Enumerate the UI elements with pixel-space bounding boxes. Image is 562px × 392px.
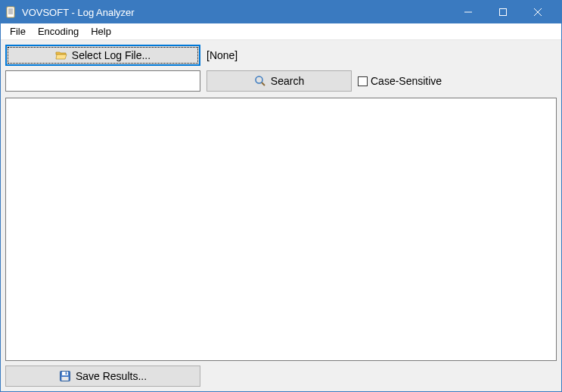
client-area: Select Log File... [None] Search Case-Se… bbox=[1, 40, 561, 391]
checkbox-box-icon bbox=[358, 76, 368, 86]
save-results-button[interactable]: Save Results... bbox=[5, 366, 200, 387]
search-button-label: Search bbox=[271, 75, 304, 87]
save-results-label: Save Results... bbox=[76, 370, 147, 382]
search-input[interactable] bbox=[5, 70, 200, 92]
titlebar: VOVSOFT - Log Analyzer bbox=[1, 1, 561, 23]
case-sensitive-checkbox[interactable]: Case-Sensitive bbox=[358, 75, 442, 87]
svg-rect-14 bbox=[61, 377, 68, 381]
svg-point-9 bbox=[256, 76, 262, 83]
svg-rect-13 bbox=[65, 372, 67, 375]
close-button[interactable] bbox=[520, 1, 555, 23]
window-controls bbox=[451, 1, 555, 23]
search-row: Search Case-Sensitive bbox=[5, 70, 557, 92]
menu-file[interactable]: File bbox=[4, 24, 32, 39]
svg-rect-6 bbox=[500, 9, 507, 16]
save-icon bbox=[59, 370, 71, 382]
select-log-file-label: Select Log File... bbox=[72, 49, 151, 61]
menu-encoding[interactable]: Encoding bbox=[32, 24, 85, 39]
maximize-button[interactable] bbox=[486, 1, 520, 23]
menubar: File Encoding Help bbox=[1, 23, 561, 40]
file-row: Select Log File... [None] bbox=[5, 45, 557, 66]
search-button[interactable]: Search bbox=[206, 70, 352, 92]
search-icon bbox=[254, 75, 266, 87]
svg-line-10 bbox=[262, 82, 265, 86]
folder-open-icon bbox=[55, 49, 67, 61]
window-title: VOVSOFT - Log Analyzer bbox=[22, 7, 135, 18]
case-sensitive-label: Case-Sensitive bbox=[371, 75, 442, 87]
svg-rect-12 bbox=[62, 372, 68, 375]
selected-file-label: [None] bbox=[206, 49, 238, 61]
save-row: Save Results... bbox=[5, 366, 557, 387]
minimize-button[interactable] bbox=[451, 1, 486, 23]
results-area[interactable] bbox=[5, 98, 557, 361]
select-log-file-button[interactable]: Select Log File... bbox=[5, 45, 200, 66]
app-icon bbox=[5, 6, 17, 18]
menu-help[interactable]: Help bbox=[85, 24, 117, 39]
